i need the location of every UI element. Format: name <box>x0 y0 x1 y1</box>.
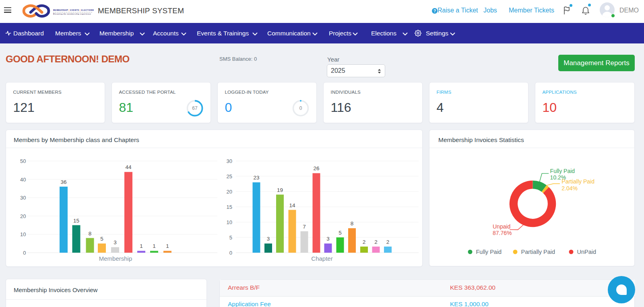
svg-text:0: 0 <box>299 105 302 111</box>
svg-text:Fully Paid: Fully Paid <box>550 168 575 174</box>
svg-text:5: 5 <box>339 230 342 236</box>
svg-text:Partially Paid: Partially Paid <box>521 249 555 255</box>
svg-text:Chapter: Chapter <box>311 255 332 262</box>
svg-text:UnPaid: UnPaid <box>577 249 597 255</box>
svg-text:14: 14 <box>289 202 295 208</box>
svg-text:26: 26 <box>313 165 319 171</box>
svg-text:36: 36 <box>60 179 66 185</box>
svg-text:3: 3 <box>326 236 330 242</box>
svg-text:30: 30 <box>227 158 232 164</box>
svg-text:1: 1 <box>140 243 143 249</box>
svg-text:1: 1 <box>166 243 169 249</box>
svg-text:0: 0 <box>229 250 232 256</box>
svg-text:0: 0 <box>23 250 26 256</box>
svg-text:20: 20 <box>20 213 26 219</box>
svg-text:5: 5 <box>100 236 103 242</box>
svg-text:30: 30 <box>20 195 26 201</box>
svg-text:40: 40 <box>20 177 26 183</box>
svg-text:2: 2 <box>374 239 378 245</box>
svg-text:5: 5 <box>229 235 232 241</box>
svg-text:67: 67 <box>192 105 198 111</box>
svg-text:23: 23 <box>253 175 259 181</box>
svg-text:87.76%: 87.76% <box>493 230 512 236</box>
svg-text:50: 50 <box>20 158 26 164</box>
svg-text:8: 8 <box>351 220 354 227</box>
svg-text:10: 10 <box>20 231 26 237</box>
svg-text:Partially Paid: Partially Paid <box>561 178 594 185</box>
svg-text:44: 44 <box>125 164 132 170</box>
svg-text:3: 3 <box>267 236 270 242</box>
svg-text:8: 8 <box>89 231 92 237</box>
svg-text:1: 1 <box>153 243 156 249</box>
svg-text:?: ? <box>433 9 436 13</box>
svg-text:7: 7 <box>303 224 306 230</box>
svg-text:25: 25 <box>227 173 232 179</box>
svg-text:2.04%: 2.04% <box>561 185 578 192</box>
svg-text:2: 2 <box>363 239 366 245</box>
svg-text:Fully Paid: Fully Paid <box>476 249 502 255</box>
svg-text:Unpaid: Unpaid <box>493 223 510 230</box>
svg-text:19: 19 <box>277 187 283 193</box>
svg-text:10: 10 <box>227 219 232 225</box>
svg-text:Membership: Membership <box>99 255 132 262</box>
svg-text:20: 20 <box>227 189 232 195</box>
svg-text:2: 2 <box>386 239 390 245</box>
svg-text:15: 15 <box>227 204 232 210</box>
svg-text:15: 15 <box>73 218 79 224</box>
svg-text:3: 3 <box>114 239 117 245</box>
